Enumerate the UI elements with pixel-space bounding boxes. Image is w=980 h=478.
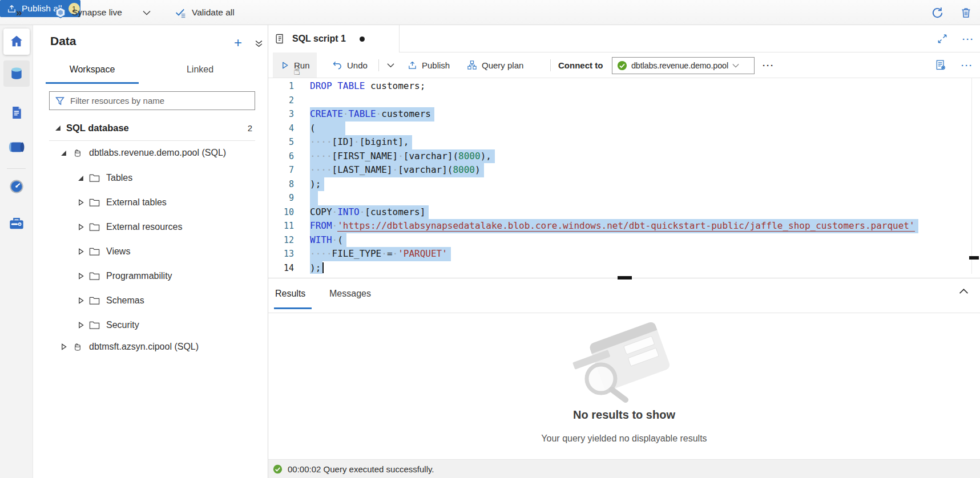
nav-home[interactable]: [3, 29, 30, 55]
tab-messages[interactable]: Messages: [329, 285, 371, 302]
nav-integrate[interactable]: [3, 134, 30, 160]
pool-select-value: dbtlabs.revenue.demo.pool: [631, 61, 728, 70]
editor-more-actions-icon[interactable]: ···: [961, 60, 973, 70]
tree-item-dbtmsft-azsyn-cipool-sql[interactable]: dbtmsft.azsyn.cipool (SQL): [33, 334, 268, 359]
line-number: 11: [268, 219, 294, 233]
discard-all-icon[interactable]: [960, 7, 972, 19]
code-line[interactable]: ····FILE_TYPE·=·'PARQUET': [310, 247, 918, 261]
folder-icon: [89, 198, 100, 207]
line-number: 12: [268, 233, 294, 248]
code-line[interactable]: ····[ID]·[bigint],: [310, 135, 918, 149]
tree-item-external-tables[interactable]: External tables: [33, 190, 268, 215]
code-line[interactable]: );: [310, 261, 918, 274]
tree-item-programmability[interactable]: Programmability: [33, 264, 268, 289]
success-check-icon: [273, 464, 283, 474]
tab-results[interactable]: Results: [275, 285, 305, 302]
select-chevron-icon: [732, 63, 739, 68]
chevron-down-icon[interactable]: [143, 0, 151, 25]
environment-label: Synapse live: [72, 7, 122, 18]
tree-item-dbtlabs-revenue-demo-pool-sql[interactable]: dbtlabs.revenue.demo.pool (SQL): [33, 140, 268, 165]
environment-selector[interactable]: Synapse live: [54, 0, 122, 25]
undo-label: Undo: [347, 60, 368, 70]
code-line[interactable]: DROP TABLE customers;: [310, 79, 918, 94]
run-options-chevron[interactable]: [387, 52, 394, 78]
expand-node-icon[interactable]: [59, 343, 67, 350]
nav-manage[interactable]: [3, 210, 30, 237]
code-line[interactable]: [310, 94, 918, 108]
collapse-results-chevron-icon[interactable]: [959, 288, 969, 294]
status-message: 00:00:02 Query executed successfully.: [288, 464, 434, 474]
line-number: 4: [268, 121, 294, 136]
folder-icon: [89, 222, 100, 232]
more-toolbar-actions-icon[interactable]: ···: [763, 52, 775, 78]
line-number: 2: [268, 94, 294, 108]
tab-more-actions-icon[interactable]: ···: [962, 34, 974, 44]
results-resize-grip[interactable]: [618, 276, 632, 279]
tree-item-label: Schemas: [106, 295, 144, 306]
collapse-node-icon[interactable]: [76, 175, 84, 181]
unsaved-changes-dot: [360, 37, 365, 42]
expand-rail-icon[interactable]: »: [16, 0, 22, 25]
tree-item-schemas[interactable]: Schemas: [33, 288, 268, 313]
undo-button[interactable]: Undo: [332, 52, 368, 78]
tree-item-views[interactable]: Views: [33, 239, 268, 264]
tree-item-sql-database[interactable]: SQL database2: [33, 115, 268, 140]
validate-all-label: Validate all: [192, 7, 235, 18]
upload-icon: [7, 4, 17, 14]
tree-item-external-resources[interactable]: External resources: [33, 214, 268, 240]
empty-results-title: No results to show: [268, 408, 980, 422]
expand-node-icon[interactable]: [76, 322, 84, 329]
tree-item-tables[interactable]: Tables: [33, 165, 268, 191]
folder-icon: [89, 272, 100, 281]
collapse-node-icon[interactable]: [54, 125, 62, 131]
expand-node-icon[interactable]: [76, 297, 84, 304]
sql-code-editor[interactable]: 1234567891011121314 DROP TABLE customers…: [268, 78, 980, 274]
code-line[interactable]: WITH·(: [310, 233, 918, 248]
code-lines[interactable]: DROP TABLE customers;CREATE·TABLE·custom…: [310, 79, 918, 274]
code-line[interactable]: COPY·INTO·[customers]: [310, 205, 918, 220]
expand-node-icon[interactable]: [76, 224, 84, 230]
connected-check-icon: [617, 60, 627, 71]
nav-monitor[interactable]: [3, 173, 30, 200]
nav-develop[interactable]: [3, 99, 30, 125]
code-line[interactable]: CREATE·TABLE·customers: [310, 107, 918, 121]
play-icon: [281, 61, 289, 70]
empty-results-subtitle: Your query yielded no displayable result…: [268, 434, 980, 444]
collapse-node-icon[interactable]: [59, 150, 67, 156]
expand-node-icon[interactable]: [76, 273, 84, 279]
code-line[interactable]: ····[LAST_NAME]·[varchar](8000): [310, 163, 918, 177]
query-plan-button[interactable]: Query plan: [467, 52, 523, 78]
code-line[interactable]: ····[FIRST_NAME]·[varchar](8000),: [310, 149, 918, 164]
selection-highlight: ····[LAST_NAME]·[varchar](8000): [310, 163, 484, 177]
expand-editor-icon[interactable]: [937, 34, 947, 44]
tree-item-label: External tables: [106, 197, 167, 208]
selection-highlight: CREATE·TABLE·customers: [310, 107, 434, 121]
line-number: 5: [268, 135, 294, 149]
line-number: 14: [268, 261, 294, 274]
publish-button[interactable]: Publish: [408, 52, 450, 78]
pool-select-dropdown[interactable]: dbtlabs.revenue.demo.pool: [612, 57, 755, 74]
tab-sql-script-1[interactable]: SQL script 1: [268, 25, 400, 52]
text-cursor: [322, 262, 324, 273]
editor-tab-bar: SQL script 1 ···: [268, 25, 980, 52]
view-properties-icon[interactable]: [935, 59, 946, 71]
expand-node-icon[interactable]: [76, 248, 84, 255]
line-number: 10: [268, 205, 294, 220]
sql-pool-icon: [72, 148, 83, 159]
nav-data[interactable]: [3, 60, 30, 87]
code-line[interactable]: [310, 191, 918, 205]
selection-highlight: COPY·INTO·[customers]: [310, 205, 429, 220]
query-status-bar: 00:00:02 Query executed successfully.: [268, 459, 980, 478]
code-line[interactable]: (: [310, 121, 918, 136]
tree-item-label: Tables: [106, 173, 132, 183]
tree-item-label: dbtlabs.revenue.demo.pool (SQL): [89, 148, 226, 158]
flowchart-icon: [467, 60, 477, 70]
tree-item-count: 2: [248, 123, 252, 133]
validate-all-button[interactable]: Validate all: [175, 0, 235, 25]
expand-node-icon[interactable]: [76, 199, 84, 206]
synapse-logo-icon: [54, 6, 67, 19]
refresh-icon[interactable]: [931, 6, 944, 19]
code-line[interactable]: );: [310, 177, 918, 192]
horizontal-scrollbar-thumb[interactable]: [969, 256, 979, 260]
code-line[interactable]: FROM·'https://dbtlabsynapsedatalake.blob…: [310, 219, 918, 233]
